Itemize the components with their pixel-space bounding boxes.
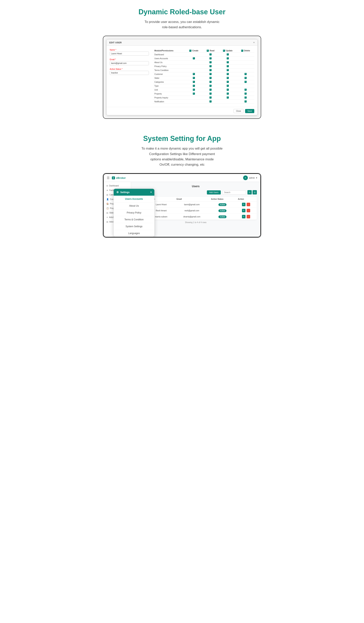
perm-update[interactable] [218,76,237,80]
search-input[interactable] [222,190,246,195]
delete-button[interactable]: − [247,215,250,218]
settings-item-privacy-policy[interactable]: Privacy Policy [114,209,154,216]
perm-create[interactable] [185,80,203,84]
settings-item-users-accounts[interactable]: Users Accounts [114,196,154,202]
update-checkbox[interactable] [227,81,229,83]
update-header-checkbox[interactable] [223,50,225,52]
perm-create[interactable] [185,53,203,57]
create-checkbox[interactable] [193,57,195,59]
update-checkbox[interactable] [227,89,229,91]
perm-read[interactable] [203,53,219,57]
sidebar-item-dashboard[interactable]: ⊞ Dashboard [104,183,131,188]
settings-item-terms-&-condition[interactable]: Terms & Condition [114,216,154,223]
read-checkbox[interactable] [209,89,212,91]
perm-read[interactable] [203,96,219,100]
columns-icon[interactable]: ☰ [253,190,257,195]
create-checkbox[interactable] [193,92,195,95]
close-icon[interactable]: × [253,41,255,44]
edit-button[interactable]: ✎ [242,203,245,206]
delete-header-checkbox[interactable] [241,50,243,52]
read-checkbox[interactable] [209,92,212,95]
close-button[interactable]: Close [234,109,244,113]
save-button[interactable]: Save [245,109,254,113]
add-users-button[interactable]: Add Users [207,190,221,195]
perm-delete[interactable] [237,68,254,72]
delete-checkbox[interactable] [244,77,247,79]
perm-delete[interactable] [237,57,254,61]
refresh-icon[interactable]: ↻ [247,190,252,195]
perm-create[interactable] [185,84,203,88]
perm-create[interactable] [185,57,203,61]
create-checkbox[interactable] [193,85,195,87]
create-checkbox[interactable] [193,81,195,83]
perm-update[interactable] [218,88,237,92]
perm-delete[interactable] [237,53,254,57]
perm-update[interactable] [218,65,237,68]
update-checkbox[interactable] [227,57,229,59]
delete-checkbox[interactable] [244,89,247,91]
read-checkbox[interactable] [209,81,212,83]
perm-read[interactable] [203,68,219,72]
read-checkbox[interactable] [209,61,212,63]
app-admin[interactable]: A admin ▾ [243,176,257,180]
create-checkbox[interactable] [193,77,195,79]
delete-checkbox[interactable] [244,73,247,75]
perm-read[interactable] [203,92,219,96]
perm-update[interactable] [218,96,237,100]
perm-update[interactable] [218,61,237,65]
delete-checkbox[interactable] [244,96,247,99]
delete-button[interactable]: − [247,203,250,206]
settings-header[interactable]: ⚙ Settings ▾ [114,189,154,196]
perm-delete[interactable] [237,84,254,88]
read-checkbox[interactable] [209,69,212,71]
perm-delete[interactable] [237,72,254,76]
read-checkbox[interactable] [209,57,212,59]
perm-read[interactable] [203,72,219,76]
perm-read[interactable] [203,65,219,68]
perm-create[interactable] [185,65,203,68]
perm-create[interactable] [185,96,203,100]
read-checkbox[interactable] [209,77,212,79]
perm-create[interactable] [185,68,203,72]
read-checkbox[interactable] [209,53,212,55]
perm-update[interactable] [218,100,237,104]
perm-read[interactable] [203,84,219,88]
settings-item-about-us[interactable]: About Us [114,202,154,209]
settings-item-languages[interactable]: Languages [114,230,154,237]
update-checkbox[interactable] [227,53,229,55]
status-select[interactable]: Inactive Active [110,71,149,75]
email-input[interactable] [110,61,149,65]
perm-create[interactable] [185,88,203,92]
update-checkbox[interactable] [227,69,229,71]
perm-delete[interactable] [237,92,254,96]
perm-create[interactable] [185,100,203,104]
settings-item-system-settings[interactable]: System Settings [114,223,154,230]
delete-checkbox[interactable] [244,81,247,83]
create-checkbox[interactable] [193,73,195,75]
perm-delete[interactable] [237,80,254,84]
create-header-checkbox[interactable] [189,50,192,52]
hamburger-icon[interactable]: ☰ [107,176,109,180]
delete-button[interactable]: − [247,209,250,212]
perm-update[interactable] [218,53,237,57]
edit-button[interactable]: ✎ [242,215,245,218]
update-checkbox[interactable] [227,73,229,75]
perm-delete[interactable] [237,100,254,104]
perm-create[interactable] [185,76,203,80]
perm-read[interactable] [203,100,219,104]
update-checkbox[interactable] [227,96,229,99]
perm-update[interactable] [218,84,237,88]
read-checkbox[interactable] [209,73,212,75]
edit-button[interactable]: ✎ [242,209,245,212]
perm-delete[interactable] [237,65,254,68]
perm-update[interactable] [218,80,237,84]
read-checkbox[interactable] [209,85,212,87]
perm-read[interactable] [203,88,219,92]
update-checkbox[interactable] [227,77,229,79]
read-checkbox[interactable] [209,96,212,99]
update-checkbox[interactable] [227,65,229,67]
perm-delete[interactable] [237,76,254,80]
perm-read[interactable] [203,61,219,65]
perm-delete[interactable] [237,96,254,100]
read-header-checkbox[interactable] [207,50,209,52]
